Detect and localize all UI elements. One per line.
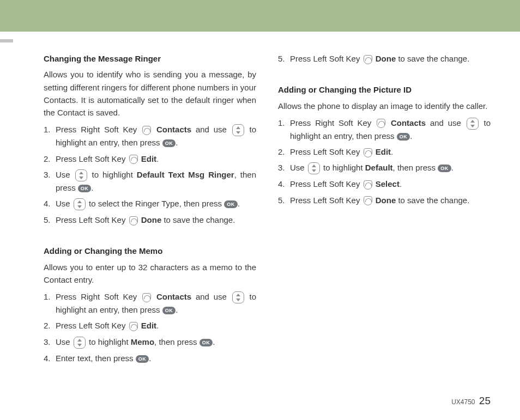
- list-item: 2. Press Left Soft Key Edit.: [44, 319, 256, 332]
- ok-icon: OK: [162, 139, 176, 147]
- nav-icon: [74, 337, 86, 349]
- ok-icon: OK: [136, 355, 149, 363]
- nav-icon: [232, 291, 244, 303]
- list-item: 4. Use to select the Ringer Type, then p…: [44, 197, 256, 210]
- step-text: Press Right Soft Key: [56, 292, 141, 301]
- contacts-label: Contacts: [156, 125, 191, 134]
- step-text: and use: [430, 118, 465, 127]
- heading-memo: Adding or Changing the Memo: [44, 245, 256, 257]
- step-text: Press Left Soft Key: [290, 196, 362, 205]
- softkey-icon: [142, 126, 151, 135]
- step-text: to save the change.: [164, 215, 235, 224]
- steps-memo-continued: 5. Press Left Soft Key Done to save the …: [278, 52, 491, 65]
- select-label: Select: [376, 179, 400, 188]
- softkey-icon: [364, 196, 372, 205]
- ok-icon: OK: [438, 165, 451, 172]
- softkey-icon: [142, 293, 151, 302]
- list-item: 1. Press Right Soft Key Contacts and use…: [44, 290, 256, 316]
- step-text: Use: [56, 170, 74, 179]
- step-text: Use: [56, 199, 72, 208]
- softkey-icon: [364, 148, 372, 157]
- nav-icon: [232, 124, 244, 136]
- softkey-icon: [377, 119, 385, 128]
- nav-icon: [308, 162, 320, 174]
- step-text: to save the change.: [398, 196, 469, 205]
- steps-picture-id: 1. Press Right Soft Key Contacts and use…: [278, 117, 491, 206]
- step-text: to select the Ringer Type, then press: [89, 199, 224, 208]
- default-label: Default: [365, 163, 393, 172]
- edit-label: Edit: [141, 154, 156, 163]
- model-number: UX4750: [451, 398, 475, 406]
- softkey-icon: [129, 322, 138, 331]
- list-item: 5. Press Left Soft Key Done to save the …: [278, 194, 491, 206]
- heading-picture-id: Adding or Changing the Picture ID: [278, 83, 491, 96]
- step-text: Enter text, then press: [56, 354, 136, 363]
- nav-icon: [74, 198, 86, 210]
- page-number: 25: [479, 395, 491, 406]
- page-body: Changing the Message Ringer Allows you t…: [44, 52, 491, 393]
- edit-label: Edit: [141, 321, 156, 330]
- list-item: 2. Press Left Soft Key Edit.: [278, 145, 491, 158]
- step-text: Press Left Soft Key: [290, 179, 362, 188]
- heading-message-ringer: Changing the Message Ringer: [44, 52, 256, 65]
- list-item: 5. Press Left Soft Key Done to save the …: [44, 214, 256, 226]
- desc-memo: Allows you to enter up to 32 characters …: [44, 261, 256, 287]
- ok-icon: OK: [224, 200, 238, 208]
- desc-picture-id: Allows the phone to display an image to …: [278, 100, 491, 112]
- list-item: 2. Press Left Soft Key Edit.: [44, 153, 256, 165]
- step-text: and use: [196, 125, 231, 134]
- softkey-icon: [364, 55, 372, 64]
- list-item: 4. Enter text, then press OK.: [44, 352, 256, 364]
- step-text: , then press: [393, 163, 438, 172]
- step-text: to highlight: [92, 170, 137, 179]
- step-text: Press Left Soft Key: [290, 147, 362, 156]
- nav-icon: [75, 169, 87, 181]
- step-text: , then press: [154, 337, 199, 346]
- memo-label: Memo: [131, 337, 154, 346]
- done-label: Done: [141, 215, 162, 224]
- done-label: Done: [376, 196, 396, 205]
- contacts-label: Contacts: [156, 292, 191, 301]
- step-text: Press Left Soft Key: [56, 215, 128, 224]
- default-ringer-label: Default Text Msg Ringer: [137, 170, 234, 179]
- edit-label: Edit: [376, 147, 391, 156]
- desc-message-ringer: Allows you to identify who is sending yo…: [44, 68, 256, 119]
- done-label: Done: [376, 54, 396, 63]
- step-text: Press Left Soft Key: [56, 154, 128, 163]
- list-item: 1. Press Right Soft Key Contacts and use…: [44, 123, 256, 149]
- list-item: 4. Press Left Soft Key Select.: [278, 178, 491, 190]
- list-item: 5. Press Left Soft Key Done to save the …: [278, 52, 491, 65]
- ok-icon: OK: [78, 185, 92, 192]
- step-text: Press Right Soft Key: [290, 118, 376, 127]
- side-tab: [0, 39, 13, 42]
- step-text: Use: [56, 337, 72, 346]
- step-text: to highlight: [323, 163, 365, 172]
- steps-memo: 1. Press Right Soft Key Contacts and use…: [44, 290, 256, 364]
- softkey-icon: [364, 180, 372, 190]
- list-item: 1. Press Right Soft Key Contacts and use…: [278, 117, 491, 142]
- softkey-icon: [129, 216, 138, 226]
- list-item: 3. Use to highlight Default, then press …: [278, 161, 491, 174]
- contacts-label: Contacts: [391, 118, 426, 127]
- step-text: and use: [196, 292, 231, 301]
- step-text: Press Right Soft Key: [56, 125, 141, 134]
- step-text: Use: [290, 163, 307, 172]
- step-text: to highlight: [89, 337, 131, 346]
- page-footer: UX4750 25: [451, 395, 491, 407]
- list-item: 3. Use to highlight Default Text Msg Rin…: [44, 168, 256, 194]
- ok-icon: OK: [199, 339, 213, 346]
- list-item: 3. Use to highlight Memo, then press OK.: [44, 336, 256, 349]
- right-column: 5. Press Left Soft Key Done to save the …: [278, 52, 491, 393]
- left-column: Changing the Message Ringer Allows you t…: [44, 52, 256, 393]
- ok-icon: OK: [397, 133, 410, 141]
- softkey-icon: [129, 155, 138, 164]
- ok-icon: OK: [162, 307, 176, 314]
- step-text: to save the change.: [398, 54, 469, 63]
- steps-message-ringer: 1. Press Right Soft Key Contacts and use…: [44, 123, 256, 226]
- step-text: Press Left Soft Key: [56, 321, 128, 330]
- nav-icon: [467, 118, 479, 130]
- step-text: Press Left Soft Key: [290, 54, 362, 63]
- header-banner: [0, 0, 520, 32]
